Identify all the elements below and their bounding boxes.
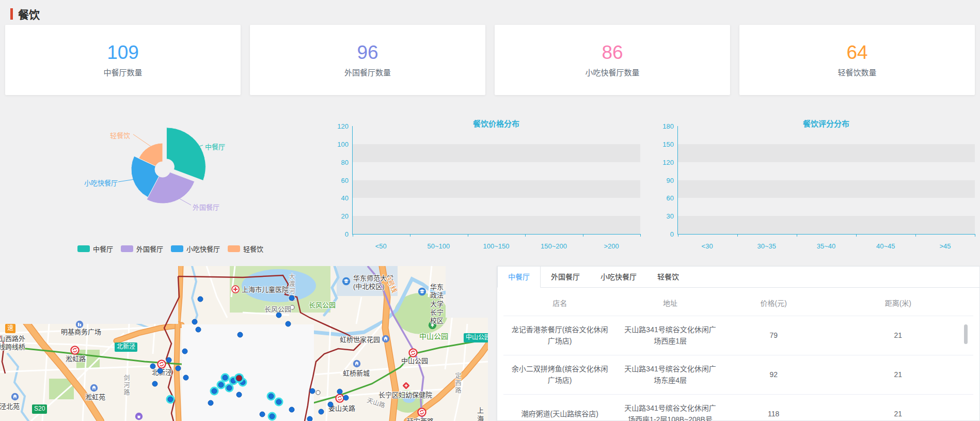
restaurant-marker[interactable] <box>343 395 349 401</box>
map[interactable]: 北新泾中山公园S20速上海市儿童医院长风公园长风公园华东师范大学 (中北校区)华… <box>0 266 488 421</box>
table-header-row: 店名地址价格(元)距离(米) <box>503 290 973 316</box>
restaurant-marker[interactable] <box>183 375 189 381</box>
restaurant-marker[interactable] <box>157 368 163 374</box>
distance-cell: 21 <box>823 408 973 419</box>
restaurant-marker[interactable] <box>310 388 315 394</box>
restaurant-marker[interactable] <box>238 332 243 338</box>
stat-label: 中餐厅数量 <box>103 67 142 77</box>
tab-外国餐厅[interactable]: 外国餐厅 <box>541 267 590 287</box>
tab-中餐厅[interactable]: 中餐厅 <box>497 267 541 288</box>
x-axis-tick <box>583 234 583 237</box>
map-label: 剑河路 <box>122 375 130 396</box>
table-scrollbar[interactable] <box>964 324 968 344</box>
stat-value: 96 <box>357 43 378 62</box>
restaurant-marker[interactable] <box>198 297 203 302</box>
table-row[interactable]: 余小二双拼烤鱼(缤谷文化休闲广场店)天山路341号缤谷文化休闲广场东座4层922… <box>503 355 973 394</box>
table-row[interactable]: 龙记香港茶餐厅(缤谷文化休闲广场店)天山路341号缤谷文化休闲广场西座1层792… <box>503 316 973 355</box>
map-label: 天山西路外 环线跨线桥 <box>0 335 25 352</box>
section-marker <box>10 8 13 20</box>
stat-label: 小吃快餐厅数量 <box>585 67 639 77</box>
legend-swatch <box>171 245 183 252</box>
restaurant-marker-highlighted[interactable] <box>268 394 274 399</box>
pie-legend: 中餐厅外国餐厅小吃快餐厅轻餐饮 <box>59 244 281 254</box>
restaurant-marker-highlighted[interactable] <box>218 382 224 388</box>
road-badge: 北新泾 <box>115 342 137 352</box>
house-icon <box>382 335 391 344</box>
y-axis-tick-label: 40 <box>341 194 349 202</box>
x-axis-tick-label: <50 <box>352 242 410 250</box>
pie-leader-line <box>133 134 151 147</box>
price-cell: 79 <box>724 330 823 341</box>
road-badge: S20 <box>32 404 47 414</box>
y-axis-tick-label: 80 <box>341 158 349 166</box>
legend-item-轻餐饮[interactable]: 轻餐饮 <box>228 244 263 254</box>
x-axis-tick-label: <30 <box>677 242 737 250</box>
restaurant-marker[interactable] <box>166 357 172 363</box>
chart-plot: 120100806040200 <box>352 126 640 235</box>
metro-icon <box>417 408 426 417</box>
restaurant-marker[interactable] <box>307 416 313 421</box>
rating-distribution-chart: 餐饮评分分布1801501209060300<3030~3535~4040~45… <box>655 118 980 253</box>
restaurant-marker[interactable] <box>286 321 291 327</box>
distance-cell: 21 <box>823 330 973 341</box>
price-cell: 118 <box>724 408 823 419</box>
stat-label: 外国餐厅数量 <box>344 67 391 77</box>
restaurant-marker-highlighted[interactable] <box>227 385 232 391</box>
legend-label: 中餐厅 <box>93 244 113 254</box>
restaurant-marker[interactable] <box>150 364 156 369</box>
map-label: 虹桥世家花园 <box>340 336 380 344</box>
legend-swatch <box>77 245 90 252</box>
restaurant-marker[interactable] <box>182 349 188 354</box>
restaurant-marker-highlighted[interactable] <box>223 375 228 381</box>
column-header: 地址 <box>616 298 724 308</box>
restaurant-marker[interactable] <box>289 407 295 413</box>
x-axis-tick-label: 100~150 <box>467 242 525 250</box>
tab-小吃快餐厅[interactable]: 小吃快餐厅 <box>590 267 647 287</box>
y-axis-tick-label: 100 <box>337 140 349 148</box>
tab-轻餐饮[interactable]: 轻餐饮 <box>647 267 689 287</box>
x-axis-tick <box>640 234 641 237</box>
restaurant-marker-highlighted[interactable] <box>168 397 173 402</box>
map-label: 中山公园 <box>419 332 448 341</box>
x-axis-labels: <3030~3535~4040~45>45 <box>677 242 975 250</box>
bars <box>353 126 640 234</box>
pie-slice-label: 外国餐厅 <box>193 202 219 212</box>
restaurant-marker-highlighted[interactable] <box>270 414 275 419</box>
district-boundary <box>178 275 361 421</box>
x-axis-tick <box>856 234 857 237</box>
restaurant-marker[interactable] <box>337 389 343 395</box>
table-row[interactable]: 潮府粥道(天山路缤谷店)天山路341号缤谷文化休闲广场西座1-2层108B~20… <box>503 394 973 421</box>
map-label: 淞虹路 <box>66 355 86 363</box>
restaurant-marker[interactable] <box>176 366 181 371</box>
restaurant-marker[interactable] <box>260 412 265 417</box>
restaurant-marker-highlighted[interactable] <box>212 388 217 394</box>
shop-name-cell: 余小二双拼烤鱼(缤谷文化休闲广场店) <box>503 363 616 386</box>
road-badge: 中山公园 <box>464 333 488 342</box>
restaurant-marker[interactable] <box>319 409 324 415</box>
legend-label: 小吃快餐厅 <box>186 244 220 254</box>
map-label: 长风公园 <box>309 301 336 309</box>
legend-item-小吃快餐厅[interactable]: 小吃快餐厅 <box>171 244 220 254</box>
x-axis-tick <box>468 234 468 237</box>
legend-item-中餐厅[interactable]: 中餐厅 <box>77 244 113 254</box>
restaurant-marker[interactable] <box>236 392 242 398</box>
map-label: 延安西路 <box>407 417 434 421</box>
restaurant-marker-highlighted[interactable] <box>276 399 282 405</box>
pie-slice-中餐厅[interactable] <box>166 128 206 181</box>
map-label: 中山公园 <box>401 357 428 365</box>
restaurant-marker[interactable] <box>192 319 198 325</box>
restaurant-marker[interactable] <box>276 313 282 318</box>
address-cell: 天山路341号缤谷文化休闲广场东座4层 <box>616 363 724 386</box>
legend-label: 外国餐厅 <box>136 244 163 254</box>
map-label: 虹桥新城 <box>343 369 370 378</box>
center-marker[interactable] <box>236 375 243 382</box>
restaurant-marker[interactable] <box>196 327 201 333</box>
y-axis-tick-label: 0 <box>670 230 674 238</box>
legend-item-外国餐厅[interactable]: 外国餐厅 <box>121 244 163 254</box>
restaurant-marker[interactable] <box>208 400 214 406</box>
x-axis-tick-label: >45 <box>915 242 975 250</box>
restaurant-marker[interactable] <box>328 402 334 408</box>
pie-slice-label: 小吃快餐厅 <box>84 178 118 188</box>
restaurant-marker[interactable] <box>152 381 158 387</box>
restaurant-marker[interactable] <box>289 295 295 301</box>
